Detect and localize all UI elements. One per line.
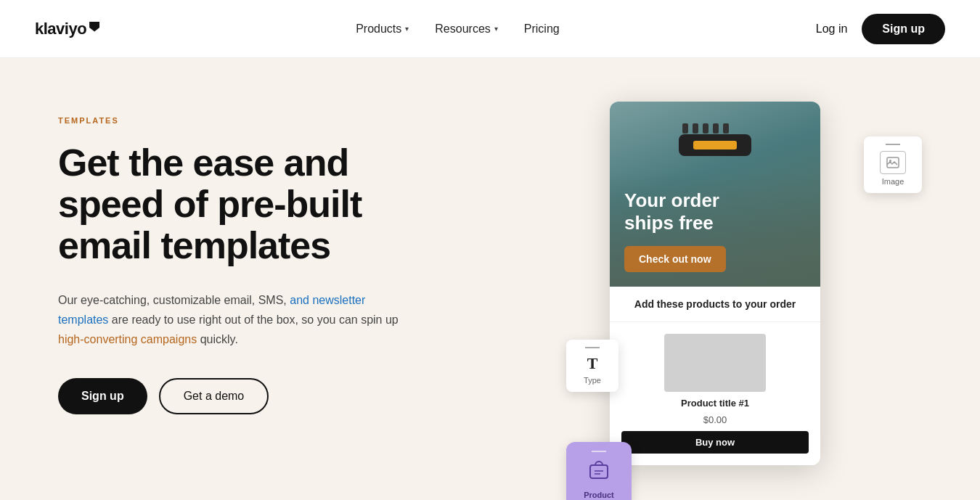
hero-description: Our eye-catching, customizable email, SM… bbox=[58, 290, 407, 350]
email-overlay: Your order ships free Check out now bbox=[610, 172, 820, 287]
nav-auth: Log in Sign up bbox=[816, 14, 945, 44]
hero-tag: TEMPLATES bbox=[58, 116, 436, 125]
checkout-button[interactable]: Check out now bbox=[624, 246, 726, 272]
nav-products[interactable]: Products ▾ bbox=[356, 22, 409, 36]
campaigns-link[interactable]: high-converting campaigns bbox=[58, 333, 197, 345]
nav-pricing[interactable]: Pricing bbox=[524, 22, 560, 36]
svg-rect-2 bbox=[590, 465, 608, 478]
product-widget-label: Product bbox=[584, 491, 614, 499]
chevron-down-icon: ▾ bbox=[494, 25, 498, 33]
hero-buttons: Sign up Get a demo bbox=[58, 378, 436, 414]
signup-hero-button[interactable]: Sign up bbox=[58, 378, 147, 414]
navbar: klaviyo Products ▾ Resources ▾ Pricing L… bbox=[0, 0, 980, 58]
type-widget: T Type bbox=[566, 340, 618, 392]
bike-pedal-illustration bbox=[675, 116, 755, 174]
product-widget: Product bbox=[566, 442, 632, 500]
nav-resources[interactable]: Resources ▾ bbox=[435, 22, 497, 36]
pedal-detail bbox=[693, 141, 737, 149]
image-widget-label: Image bbox=[882, 177, 905, 186]
demo-button[interactable]: Get a demo bbox=[159, 378, 269, 414]
product-icon bbox=[587, 458, 611, 486]
buy-now-button[interactable]: Buy now bbox=[621, 431, 809, 454]
logo-flag-icon bbox=[89, 22, 99, 32]
type-icon: T bbox=[587, 354, 598, 373]
hero-right: Your order ships free Check out now Add … bbox=[573, 102, 922, 500]
logo-text: klaviyo bbox=[35, 20, 86, 38]
product-image-placeholder bbox=[664, 334, 766, 392]
login-button[interactable]: Log in bbox=[816, 22, 848, 36]
newsletter-link[interactable]: and newsletter templates bbox=[58, 294, 365, 326]
product-title: Product title #1 bbox=[681, 398, 749, 409]
widget-type-handle bbox=[585, 347, 600, 348]
image-widget: Image bbox=[864, 136, 922, 193]
hero-left: TEMPLATES Get the ease and speed of pre-… bbox=[58, 102, 436, 414]
pedal-teeth bbox=[682, 123, 729, 134]
email-template-card: Your order ships free Check out now Add … bbox=[610, 102, 820, 465]
signup-nav-button[interactable]: Sign up bbox=[862, 14, 945, 44]
ships-free-text: Your order ships free bbox=[624, 189, 806, 234]
logo[interactable]: klaviyo bbox=[35, 20, 99, 38]
nav-links: Products ▾ Resources ▾ Pricing bbox=[356, 22, 560, 36]
type-widget-label: Type bbox=[584, 376, 601, 385]
image-icon bbox=[880, 151, 906, 174]
widget-image-handle bbox=[886, 144, 900, 145]
email-card-image: Your order ships free Check out now bbox=[610, 102, 820, 287]
hero-title: Get the ease and speed of pre-built emai… bbox=[58, 142, 436, 267]
email-products-section: Add these products to your order Product… bbox=[610, 287, 820, 465]
add-products-text: Add these products to your order bbox=[610, 287, 820, 322]
product-item: Product title #1 $0.00 Buy now bbox=[610, 322, 820, 465]
chevron-down-icon: ▾ bbox=[405, 25, 409, 33]
product-price: $0.00 bbox=[703, 414, 727, 425]
hero-section: TEMPLATES Get the ease and speed of pre-… bbox=[0, 58, 980, 500]
widget-product-handle bbox=[592, 451, 606, 452]
